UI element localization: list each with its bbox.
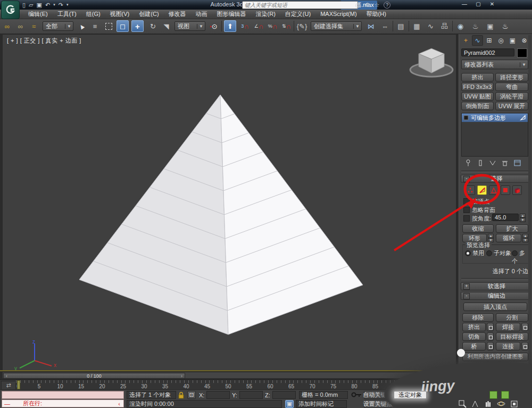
reference-coordinate-dropdown[interactable]: 视图 ▼ <box>174 21 205 31</box>
render-setup-icon[interactable]: ♨ <box>469 20 481 32</box>
bridge-button[interactable]: 桥 <box>462 342 486 350</box>
modifier-button-uvw-map[interactable]: UVW 贴图 <box>461 92 494 101</box>
unlink-selection-icon[interactable]: ∞ <box>14 20 27 32</box>
max-logo[interactable] <box>1 1 20 19</box>
graphite-modeling-icon[interactable]: ▦ <box>411 20 423 32</box>
time-slider-track[interactable]: ‹ 0 / 100 › <box>2 372 456 379</box>
redo-dropdown-icon[interactable]: ▾ <box>66 3 69 7</box>
render-production-icon[interactable]: ♨ <box>499 20 511 32</box>
tab-modify-icon[interactable]: ∿ <box>472 35 483 46</box>
search-communication-icon[interactable]: ◎ <box>355 2 361 9</box>
split-button[interactable]: 分割 <box>496 313 528 322</box>
open-mini-curve-editor-icon[interactable]: ⇄ <box>1 381 16 390</box>
frame-back-arrow[interactable]: ‹ <box>4 373 10 379</box>
undo-icon[interactable]: ↶ <box>45 2 50 9</box>
selection-filter-dropdown[interactable]: 全部 ▼ <box>43 21 73 31</box>
loop-spinner[interactable]: ▲▼ <box>522 234 528 242</box>
save-file-icon[interactable]: ▣ <box>37 2 42 9</box>
by-angle-spinner[interactable]: ▲▼ <box>520 214 526 222</box>
listener-scroll-arrow[interactable]: ‹ <box>118 401 120 407</box>
maxscript-mini-listener-pink[interactable] <box>2 391 124 399</box>
grow-button[interactable]: 扩大 <box>496 224 528 233</box>
menu-modifiers[interactable]: 修改器 <box>164 10 191 19</box>
modifier-button-turbosmooth[interactable]: 涡轮平滑 <box>495 92 528 101</box>
viewcube[interactable] <box>405 42 457 80</box>
create-shape-button[interactable]: 利用所选内容创建图形 <box>462 353 528 361</box>
close-button[interactable]: ✕ <box>485 1 499 7</box>
use-pivot-point-icon[interactable]: ▪⊙ <box>207 20 220 32</box>
modifier-button-uvw-unwrap[interactable]: UVW 展开 <box>495 102 528 110</box>
menu-rendering[interactable]: 渲染(R) <box>251 10 280 19</box>
bind-to-space-warp-icon[interactable]: ≈ <box>28 20 40 32</box>
subobject-vertex-icon[interactable] <box>466 185 475 195</box>
menu-tools[interactable]: 工具(T) <box>53 10 81 19</box>
modifier-button-path-deform[interactable]: 路径变形 <box>495 73 528 81</box>
tab-create-icon[interactable]: + <box>460 35 471 46</box>
align-icon[interactable]: ⇔ <box>379 20 391 32</box>
open-file-icon[interactable]: ▱ <box>29 2 33 9</box>
search-input[interactable] <box>242 1 358 9</box>
subobject-polygon-icon[interactable] <box>501 185 510 195</box>
chamfer-settings-button[interactable] <box>487 332 494 341</box>
selection-lock-filter-button[interactable]: 选定对象 <box>394 391 427 399</box>
window-crossing-toggle-icon[interactable]: ◻ <box>117 20 129 32</box>
modifier-button-ffd[interactable]: FFD 3x3x3 <box>461 83 494 91</box>
help-icon[interactable]: ? <box>384 2 390 9</box>
extrude-settings-button[interactable] <box>487 323 494 331</box>
select-object-icon[interactable]: ▲ <box>76 20 88 32</box>
absolute-offset-toggle-icon[interactable]: ⊡ <box>187 391 196 399</box>
subobject-element-icon[interactable] <box>512 185 522 195</box>
remove-modifier-icon[interactable] <box>501 159 509 167</box>
panel-scrollbar[interactable] <box>528 35 531 407</box>
material-editor-icon[interactable]: ◉ <box>454 20 467 32</box>
tab-display-icon[interactable]: ▣ <box>507 35 518 46</box>
target-weld-button[interactable]: 目标焊接 <box>496 332 528 341</box>
modifier-list-dropdown[interactable]: 修改器列表 ▼ <box>461 60 528 69</box>
percent-snap-icon[interactable]: %∩ <box>267 20 279 32</box>
zoom-extents-all-icon[interactable] <box>501 391 509 399</box>
subobject-border-icon[interactable] <box>489 185 498 195</box>
select-and-link-icon[interactable]: ∞ <box>1 20 13 32</box>
shrink-button[interactable]: 收缩 <box>462 224 494 233</box>
maximize-button[interactable]: ▢ <box>471 1 485 7</box>
rectangular-selection-region-icon[interactable] <box>103 20 115 32</box>
frame-forward-arrow[interactable]: › <box>179 373 185 379</box>
x-coordinate-field[interactable] <box>206 391 230 399</box>
rollout-selection[interactable]: - 选择 <box>461 175 530 183</box>
pyramid-object[interactable] <box>3 35 456 370</box>
tab-motion-icon[interactable]: ◎ <box>495 35 506 46</box>
modifier-stack[interactable]: 可编辑多边形 <box>461 113 528 157</box>
minimize-button[interactable]: — <box>458 1 471 7</box>
schematic-view-icon[interactable]: 品 <box>438 20 451 32</box>
object-name-field[interactable]: Pyramid002 <box>461 48 514 56</box>
preview-subobj-radio[interactable]: 子对象 <box>486 249 511 257</box>
menu-graph-editors[interactable]: 图形编辑器 <box>212 10 251 19</box>
rollout-edit-edges[interactable]: - 编辑边 <box>461 292 530 300</box>
configure-modifier-sets-icon[interactable] <box>513 159 522 167</box>
menu-customize[interactable]: 自定义(U) <box>280 10 315 19</box>
menu-animation[interactable]: 动画 <box>191 10 212 19</box>
menu-edit[interactable]: 编辑(E) <box>23 10 53 19</box>
make-unique-icon[interactable] <box>489 159 496 167</box>
by-angle-checkbox[interactable]: 按角度: <box>463 215 491 223</box>
show-end-result-icon[interactable] <box>477 159 484 167</box>
current-frame-marker[interactable] <box>17 380 20 389</box>
zoom-region-icon[interactable] <box>459 400 467 408</box>
rollout-soft-selection[interactable]: + 软选择 <box>461 282 530 290</box>
pan-hand-icon[interactable] <box>484 400 492 408</box>
z-coordinate-field[interactable] <box>272 391 296 399</box>
curve-editor-icon[interactable]: ∿ <box>425 20 437 32</box>
new-file-icon[interactable]: ▯ <box>22 2 26 9</box>
time-slider-handle[interactable]: ‹ 0 / 100 › <box>3 373 185 379</box>
by-angle-value-field[interactable]: 45.0 <box>492 214 519 221</box>
snaps-toggle-icon[interactable]: ⬆ <box>224 20 236 32</box>
select-and-rotate-icon[interactable]: ↻ <box>147 20 159 32</box>
menu-help[interactable]: 帮助(H) <box>362 10 391 19</box>
rendered-frame-window-icon[interactable]: ▣ <box>484 20 496 32</box>
menu-group[interactable]: 组(G) <box>81 10 105 19</box>
menu-create[interactable]: 创建(C) <box>134 10 163 19</box>
orbit-icon[interactable] <box>497 400 505 408</box>
angle-snap-icon[interactable]: ∠∩ <box>253 20 265 32</box>
undo-dropdown-icon[interactable]: ▾ <box>53 3 55 7</box>
pin-stack-icon[interactable] <box>464 159 472 167</box>
